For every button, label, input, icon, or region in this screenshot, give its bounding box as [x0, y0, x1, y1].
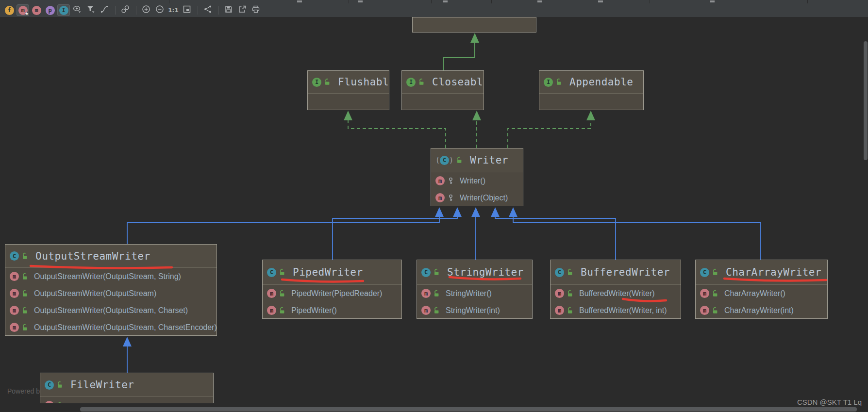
node-header[interactable]: IFlushable	[308, 71, 389, 94]
tab-icon-fragment	[598, 0, 603, 2]
member-row[interactable]: mWriter(Object)	[431, 189, 523, 206]
node-title: OutputStreamWriter	[35, 250, 150, 262]
member-text: Writer()	[460, 177, 485, 185]
method-icon: m	[435, 176, 445, 185]
member-text: StringWriter()	[446, 289, 492, 298]
node-header[interactable]: CCharArrayWriter	[696, 260, 827, 285]
separator-2	[136, 6, 136, 15]
public-lock-icon	[279, 268, 286, 276]
node-header[interactable]: IAppendable	[539, 71, 643, 94]
node-char-array-writer[interactable]: CCharArrayWritermCharArrayWriter()mCharA…	[695, 260, 828, 319]
node-header[interactable]: CFileWriter	[40, 373, 213, 397]
edge-writer-implements-closeable	[472, 111, 481, 148]
fit-content-button[interactable]	[181, 4, 193, 16]
node-header[interactable]: (C)Writer	[431, 148, 523, 172]
toggle-fields-icon: f	[5, 6, 14, 15]
zoom-in-icon	[142, 5, 150, 16]
node-output-stream-writer[interactable]: COutputStreamWritermOutputStreamWriter(O…	[5, 244, 217, 336]
visibility-level-button[interactable]	[71, 4, 83, 16]
diagram-canvas[interactable]: IFlushableICloseableIAppendable(C)Writer…	[0, 0, 868, 412]
member-row[interactable]: mCharArrayWriter()	[696, 285, 827, 302]
node-title: Writer	[470, 154, 508, 166]
horizontal-scrollbar[interactable]	[80, 407, 857, 412]
member-row[interactable]: mCharArrayWriter(int)	[696, 302, 827, 319]
member-row[interactable]: mStringWriter(int)	[417, 302, 532, 319]
toggle-properties[interactable]: p	[44, 4, 56, 16]
method-icon: m	[45, 401, 54, 403]
member-row[interactable]: mBufferedWriter(Writer, int)	[551, 302, 681, 319]
member-row[interactable]: mOutputStreamWriter(OutputStream, Charse…	[5, 302, 217, 319]
node-appendable[interactable]: IAppendable	[539, 70, 644, 110]
member-row[interactable]: mWriter()	[431, 172, 523, 189]
separator-3	[198, 6, 198, 15]
edge-writer-implements-flushable	[344, 111, 446, 148]
tab-separator	[491, 0, 492, 3]
filter-button[interactable]	[84, 4, 97, 16]
member-row[interactable]: mPipedWriter(PipedReader)	[263, 285, 401, 302]
member-text: BufferedWriter(Writer, int)	[579, 306, 667, 315]
print-button[interactable]	[250, 4, 262, 16]
export-diagram-button[interactable]	[236, 4, 249, 16]
zoom-out-button[interactable]	[153, 4, 166, 16]
public-lock-icon	[279, 290, 286, 297]
actual-size-button[interactable]: 1:1	[167, 4, 180, 16]
node-header[interactable]: ICloseable	[402, 71, 484, 94]
node-piped-writer[interactable]: CPipedWritermPipedWriter(PipedReader)mPi…	[262, 260, 402, 319]
member-row[interactable]: mBufferedWriter(Writer)	[551, 285, 681, 302]
member-row[interactable]: mPipedWriter()	[263, 302, 401, 319]
member-text: PipedWriter()	[291, 306, 337, 315]
class-icon: C	[421, 268, 431, 277]
interface-icon: I	[312, 78, 321, 87]
toggle-constructors[interactable]: m★	[17, 4, 29, 16]
member-row[interactable]: mOutputStreamWriter(OutputStream, Charse…	[5, 319, 217, 336]
layout-icon	[203, 5, 212, 16]
edge-style-button[interactable]	[98, 4, 111, 16]
node-closeable[interactable]: ICloseable	[401, 70, 484, 110]
member-row[interactable]: mOutputStreamWriter(OutputStream, String…	[5, 268, 217, 285]
toggle-fields[interactable]: f	[3, 4, 16, 16]
node-flushable[interactable]: IFlushable	[307, 70, 389, 110]
csdn-watermark: CSDN @SKT T1 Lq	[797, 398, 862, 406]
member-row[interactable]: mOutputStreamWriter(OutputStream)	[5, 285, 217, 302]
zoom-in-button[interactable]	[140, 4, 152, 16]
public-lock-icon	[712, 268, 719, 276]
public-lock-icon	[279, 307, 286, 314]
star-badge-icon: ★	[25, 12, 29, 16]
node-header[interactable]: CStringWriter	[417, 260, 532, 285]
edge-outputstreamwriter-extends-writer	[127, 207, 444, 244]
funnel-dropdown-icon	[86, 5, 95, 16]
edge-bufferedwriter-extends-writer	[491, 207, 616, 260]
method-icon: m	[421, 289, 431, 298]
eye-dropdown-icon	[73, 5, 82, 16]
export-icon	[238, 5, 247, 16]
node-title: Flushable	[338, 76, 389, 88]
node-string-writer[interactable]: CStringWritermStringWriter()mStringWrite…	[417, 260, 533, 319]
node-header[interactable]: COutputStreamWriter	[5, 245, 217, 268]
toggle-methods[interactable]: m	[30, 4, 43, 16]
member-row[interactable]: m	[40, 397, 213, 403]
node-header[interactable]: CBufferedWriter	[551, 260, 681, 285]
save-diagram-button[interactable]	[222, 4, 235, 16]
toggle-inner-classes[interactable]: I	[57, 4, 70, 16]
public-lock-icon	[21, 307, 29, 314]
show-dependencies-button[interactable]	[119, 4, 132, 16]
powered-by-watermark: Powered by	[7, 387, 43, 395]
apply-layout-button[interactable]	[201, 4, 214, 16]
tab-icon-fragment	[443, 0, 448, 2]
vertical-scrollbar[interactable]	[864, 41, 868, 160]
tab-separator	[431, 0, 432, 3]
node-header[interactable]: CPipedWriter	[263, 260, 401, 285]
method-icon: m	[700, 306, 709, 315]
class-icon: C	[10, 251, 19, 261]
separator-4	[218, 6, 219, 15]
arrowhead-icon	[491, 207, 500, 217]
node-writer[interactable]: (C)WritermWriter()mWriter(Object)	[431, 148, 523, 206]
method-icon: m	[10, 272, 19, 281]
public-lock-icon	[21, 252, 29, 260]
member-text: OutputStreamWriter(OutputStream, String)	[34, 272, 181, 281]
node-file-writer[interactable]: CFileWriterm	[40, 373, 214, 403]
node-superinterface-cutoff[interactable]	[412, 17, 536, 33]
tab-icon-fragment	[297, 0, 302, 2]
node-buffered-writer[interactable]: CBufferedWritermBufferedWriter(Writer)mB…	[550, 260, 681, 319]
member-row[interactable]: mStringWriter()	[417, 285, 532, 302]
